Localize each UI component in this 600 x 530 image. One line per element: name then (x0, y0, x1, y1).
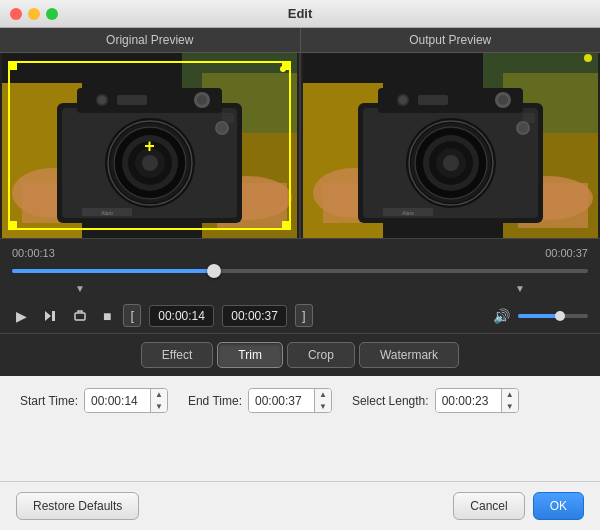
volume-thumb[interactable] (555, 311, 565, 321)
stop-button[interactable]: ■ (99, 306, 115, 326)
svg-rect-62 (52, 311, 55, 321)
timeline-slider[interactable] (12, 263, 588, 279)
tabs-row: Effect Trim Crop Watermark (0, 333, 600, 376)
timeline-range-indicator: ▼ ▼ (12, 283, 588, 294)
volume-track (518, 314, 588, 318)
tab-trim[interactable]: Trim (217, 342, 283, 368)
original-camera-scene: Alaro + (0, 53, 299, 238)
volume-slider[interactable] (518, 314, 588, 318)
svg-point-17 (142, 155, 158, 171)
bracket-left-button[interactable]: [ (123, 304, 141, 327)
volume-fill (518, 314, 560, 318)
select-length-label: Select Length: (352, 394, 429, 408)
transport-controls: ▶ ■ [ 00:00:14 00:00:37 ] 🔊 (0, 298, 600, 333)
svg-marker-61 (45, 311, 51, 321)
svg-point-29 (217, 123, 227, 133)
svg-point-60 (584, 54, 592, 62)
maximize-button[interactable] (46, 8, 58, 20)
svg-rect-52 (418, 95, 448, 105)
step-forward-button[interactable] (39, 307, 61, 325)
preview-headers: Original Preview Output Preview (0, 28, 600, 53)
timeline-start-time: 00:00:13 (12, 247, 55, 259)
start-time-input-wrap: ▲ ▼ (84, 388, 168, 413)
ok-button[interactable]: OK (533, 492, 584, 520)
timeline-track (12, 269, 588, 273)
main-content: Original Preview Output Preview (0, 28, 600, 530)
timeline-area: 00:00:13 00:00:37 ▼ ▼ (0, 239, 600, 298)
svg-point-59 (518, 123, 528, 133)
end-time-label: End Time: (188, 394, 242, 408)
end-time-down[interactable]: ▼ (315, 401, 331, 413)
svg-text:Alaro: Alaro (101, 210, 113, 216)
tab-watermark[interactable]: Watermark (359, 342, 459, 368)
output-preview-label: Output Preview (301, 28, 601, 52)
svg-point-47 (443, 155, 459, 171)
cancel-button[interactable]: Cancel (453, 492, 524, 520)
start-time-input[interactable] (85, 390, 150, 412)
svg-point-54 (498, 95, 508, 105)
output-preview-panel: Alaro (301, 53, 600, 238)
end-time-input-wrap: ▲ ▼ (248, 388, 332, 413)
start-time-label: Start Time: (20, 394, 78, 408)
volume-icon: 🔊 (493, 308, 510, 324)
output-camera-scene: Alaro (301, 53, 600, 238)
svg-rect-63 (75, 313, 85, 320)
window-title: Edit (288, 6, 313, 21)
start-time-up[interactable]: ▲ (151, 389, 167, 401)
end-time-input[interactable] (249, 390, 314, 412)
start-time-spinner: ▲ ▼ (150, 389, 167, 412)
select-length-field: Select Length: ▲ ▼ (352, 388, 519, 413)
range-arrows: ▼ ▼ (75, 283, 525, 294)
edit-panel: Start Time: ▲ ▼ End Time: ▲ ▼ (0, 376, 600, 481)
range-right-arrow: ▼ (515, 283, 525, 294)
timeline-fill (12, 269, 214, 273)
select-length-input-wrap: ▲ ▼ (435, 388, 519, 413)
tab-crop[interactable]: Crop (287, 342, 355, 368)
loop-button[interactable] (69, 307, 91, 325)
start-time-down[interactable]: ▼ (151, 401, 167, 413)
timeline-thumb[interactable] (207, 264, 221, 278)
edit-fields: Start Time: ▲ ▼ End Time: ▲ ▼ (20, 388, 580, 413)
start-time-field: Start Time: ▲ ▼ (20, 388, 168, 413)
play-button[interactable]: ▶ (12, 306, 31, 326)
select-length-up[interactable]: ▲ (502, 389, 518, 401)
select-length-down[interactable]: ▼ (502, 401, 518, 413)
window-controls[interactable] (10, 8, 58, 20)
end-time-field: End Time: ▲ ▼ (188, 388, 332, 413)
end-time-up[interactable]: ▲ (315, 389, 331, 401)
minimize-button[interactable] (28, 8, 40, 20)
timeline-end-time: 00:00:37 (545, 247, 588, 259)
close-button[interactable] (10, 8, 22, 20)
bottom-bar: Restore Defaults Cancel OK (0, 481, 600, 530)
svg-text:Alaro: Alaro (402, 210, 414, 216)
title-bar: Edit (0, 0, 600, 28)
svg-point-51 (399, 96, 407, 104)
current-time-display: 00:00:14 (149, 305, 214, 327)
svg-rect-22 (117, 95, 147, 105)
bracket-right-button[interactable]: ] (295, 304, 313, 327)
original-preview-panel: Alaro + (0, 53, 299, 238)
end-time-spinner: ▲ ▼ (314, 389, 331, 412)
svg-point-21 (98, 96, 106, 104)
trim-end-display: 00:00:37 (222, 305, 287, 327)
tab-effect[interactable]: Effect (141, 342, 213, 368)
select-length-input[interactable] (436, 390, 501, 412)
range-left-arrow: ▼ (75, 283, 85, 294)
bottom-right-buttons: Cancel OK (453, 492, 584, 520)
select-length-spinner: ▲ ▼ (501, 389, 518, 412)
restore-defaults-button[interactable]: Restore Defaults (16, 492, 139, 520)
timeline-times: 00:00:13 00:00:37 (12, 247, 588, 259)
original-preview-label: Original Preview (0, 28, 300, 52)
preview-area: Alaro + (0, 53, 600, 238)
svg-point-24 (197, 95, 207, 105)
